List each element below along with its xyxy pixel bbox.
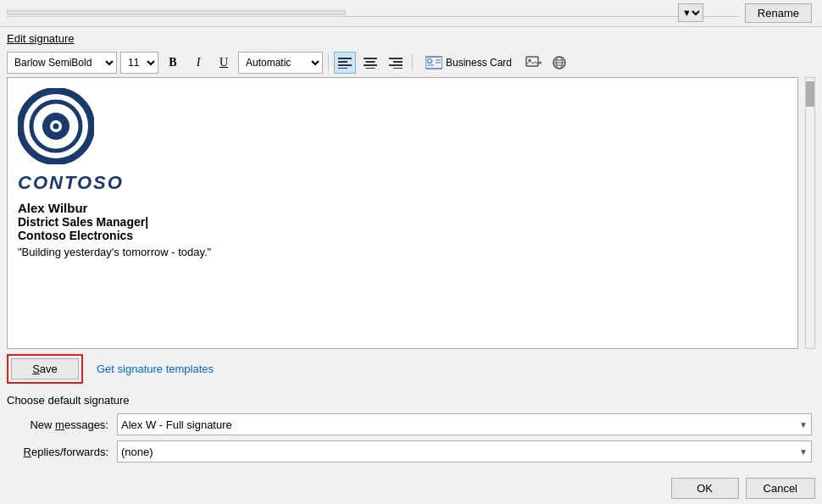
svg-rect-10	[389, 64, 403, 66]
get-templates-link[interactable]: Get signature templates	[97, 363, 214, 375]
signature-editor[interactable]: CONTOSO Alex Wilbur District Sales Manag…	[7, 77, 798, 349]
new-messages-label: New messages:	[7, 418, 117, 431]
insert-picture-button[interactable]	[523, 52, 545, 74]
toolbar-separator-2	[412, 53, 413, 72]
svg-rect-0	[338, 58, 352, 59]
ok-button[interactable]: OK	[671, 478, 739, 499]
color-select[interactable]: Automatic	[238, 52, 323, 74]
company-name-text: CONTOSO	[18, 172, 787, 194]
svg-rect-6	[364, 64, 377, 66]
svg-rect-11	[393, 68, 403, 69]
svg-rect-17	[526, 57, 538, 66]
svg-rect-7	[366, 68, 375, 69]
svg-rect-8	[389, 58, 403, 59]
edit-signature-label: Edit signature	[0, 27, 822, 48]
svg-rect-9	[393, 61, 403, 63]
scrollbar-thumb[interactable]	[806, 81, 814, 107]
replies-label: Replies/forwards:	[7, 446, 117, 458]
svg-rect-2	[338, 64, 352, 66]
replies-row: Replies/forwards: (none) ▼	[7, 440, 815, 462]
align-center-button[interactable]	[359, 52, 381, 74]
italic-button[interactable]: I	[187, 52, 209, 74]
font-name-select[interactable]: Barlow SemiBold	[7, 52, 117, 74]
default-signature-section: Choose default signature New messages: A…	[0, 389, 822, 473]
font-size-select[interactable]: 11	[120, 52, 158, 74]
scroll-dropdown[interactable]: ▼	[678, 3, 703, 22]
contoso-logo: CONTOSO	[18, 88, 787, 194]
svg-rect-4	[364, 58, 377, 59]
save-button[interactable]: Save	[11, 358, 79, 379]
new-messages-dropdown-arrow: ▼	[799, 420, 808, 429]
svg-rect-1	[338, 61, 347, 63]
svg-rect-5	[366, 61, 375, 63]
bottom-bar: OK Cancel	[0, 473, 822, 504]
business-card-icon	[425, 56, 442, 69]
editor-scrollbar[interactable]	[805, 77, 815, 349]
align-right-button[interactable]	[385, 52, 407, 74]
underline-button[interactable]: U	[213, 52, 235, 74]
save-area: Save Get signature templates	[0, 349, 822, 389]
align-right-icon	[389, 57, 403, 69]
save-button-highlight: Save	[7, 354, 83, 384]
insert-hyperlink-icon	[551, 55, 568, 70]
align-left-button[interactable]	[334, 52, 356, 74]
new-messages-row: New messages: Alex W - Full signature ▼	[7, 413, 815, 435]
insert-hyperlink-button[interactable]	[548, 52, 570, 74]
business-card-label: Business Card	[446, 57, 512, 69]
replies-dropdown[interactable]: (none) ▼	[117, 440, 812, 462]
signature-person-name: Alex Wilbur	[18, 201, 787, 215]
new-messages-dropdown[interactable]: Alex W - Full signature ▼	[117, 413, 812, 435]
svg-rect-3	[338, 68, 347, 69]
cancel-button[interactable]: Cancel	[746, 478, 815, 499]
align-left-icon	[338, 57, 352, 69]
signature-quote: "Building yesterday's tomorrow - today."	[18, 246, 787, 258]
svg-point-13	[428, 59, 432, 64]
bold-button[interactable]: B	[162, 52, 184, 74]
rename-button[interactable]: Rename	[745, 3, 812, 23]
formatting-toolbar: Barlow SemiBold 11 B I U Automatic	[0, 48, 822, 77]
insert-picture-icon	[525, 55, 542, 70]
toolbar-separator	[328, 53, 329, 72]
signature-title: District Sales Manager|	[18, 215, 787, 229]
replies-dropdown-arrow: ▼	[799, 447, 808, 457]
contoso-circle-icon	[18, 88, 94, 164]
default-sig-title: Choose default signature	[7, 394, 815, 407]
signature-company: Contoso Electronics	[18, 229, 787, 242]
align-center-icon	[364, 57, 377, 69]
business-card-button[interactable]: Business Card	[418, 52, 519, 74]
svg-point-30	[53, 124, 59, 130]
